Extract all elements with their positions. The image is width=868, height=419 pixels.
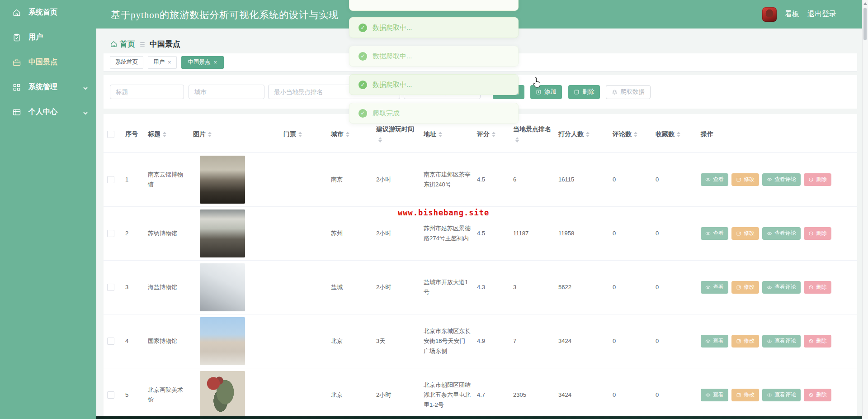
attraction-photo	[200, 263, 245, 311]
row-checkbox[interactable]	[107, 391, 114, 399]
briefcase-icon	[12, 58, 21, 67]
cell-favorites: 0	[652, 206, 697, 260]
cell-ticket	[280, 260, 327, 314]
sidebar-item-home[interactable]: 系统首页	[0, 0, 96, 25]
breadcrumb-home[interactable]: 首页	[110, 39, 135, 49]
col-header-favorites[interactable]: 收藏数	[652, 114, 697, 152]
edit-button[interactable]: 修改	[731, 173, 759, 186]
toast-message: ✓ 数据爬取中...	[349, 46, 519, 67]
view-button[interactable]: 查看	[701, 281, 728, 294]
sort-caret-icon[interactable]	[346, 132, 349, 137]
view-comments-button[interactable]: 查看评论	[762, 173, 801, 186]
col-header-no: 序号	[122, 114, 144, 152]
edit-button[interactable]: 修改	[731, 281, 759, 294]
table-body: 1 南京云锦博物馆 南京 2小时 南京市建邺区茶亭东街240号 4.5 6 16…	[104, 152, 857, 419]
view-comments-button[interactable]: 查看评论	[762, 281, 801, 294]
delete-button[interactable]: 删除	[804, 335, 831, 348]
cell-city: 南京	[327, 152, 373, 206]
sidebar-item-personal-center[interactable]: 个人中心	[0, 100, 96, 124]
col-header-comments[interactable]: 评论数	[609, 114, 652, 152]
table-row: 4 国家博物馆 北京 3天 北京市东城区东长安街16号天安门广场东侧 4.9 7…	[104, 314, 857, 368]
edit-icon	[736, 231, 741, 236]
cell-rank: 3	[509, 260, 555, 314]
stack-icon	[612, 89, 618, 95]
row-checkbox[interactable]	[107, 176, 114, 183]
sidebar-item-china-attractions[interactable]: 中国景点	[0, 50, 96, 75]
col-header-title[interactable]: 标题	[144, 114, 189, 152]
city-filter-input[interactable]	[189, 85, 264, 99]
tab-china-attractions[interactable]: 中国景点 ×	[181, 56, 224, 69]
row-checkbox[interactable]	[107, 284, 114, 291]
scrollbar-thumb[interactable]	[863, 8, 867, 40]
crawl-data-button[interactable]: 爬取数据	[606, 85, 651, 99]
eye-icon	[705, 177, 711, 182]
scroll-up-arrow-icon[interactable]	[863, 2, 867, 5]
eye-icon	[767, 285, 772, 290]
close-icon[interactable]: ×	[214, 59, 217, 65]
attractions-table-panel: 序号 标题 图片 门票 城市 建议游玩时间 地址 评分 当地景点排名 打分人数 …	[104, 114, 857, 419]
eye-icon	[705, 231, 711, 236]
close-icon[interactable]: ×	[168, 59, 171, 65]
edit-icon	[736, 338, 741, 344]
sort-caret-icon[interactable]	[677, 132, 680, 137]
sort-caret-icon[interactable]	[634, 132, 637, 137]
sort-caret-icon[interactable]	[163, 132, 166, 137]
eye-icon	[705, 285, 711, 290]
view-comments-button[interactable]: 查看评论	[762, 227, 801, 240]
sort-caret-icon[interactable]	[586, 132, 590, 137]
edit-button[interactable]: 修改	[731, 335, 759, 348]
sort-caret-icon[interactable]	[378, 137, 382, 143]
cell-raters: 16115	[555, 152, 609, 206]
edit-button[interactable]: 修改	[731, 389, 759, 401]
check-circle-icon: ✓	[359, 109, 367, 118]
cell-address: 北京市东城区东长安街16号天安门广场东侧	[420, 314, 473, 368]
sort-caret-icon[interactable]	[298, 132, 302, 137]
eye-icon	[705, 338, 711, 344]
cell-ticket	[280, 152, 327, 206]
delete-button[interactable]: 删除	[804, 227, 831, 240]
row-checkbox[interactable]	[107, 230, 114, 237]
col-header-ticket[interactable]: 门票	[280, 114, 327, 152]
title-filter-input[interactable]	[110, 85, 184, 99]
tab-system-home[interactable]: 系统首页	[110, 56, 143, 69]
edit-button[interactable]: 修改	[731, 227, 759, 240]
attraction-photo	[200, 317, 245, 365]
toast-text: 数据爬取中...	[373, 81, 412, 89]
view-button[interactable]: 查看	[701, 335, 728, 348]
cell-comments: 0	[609, 152, 652, 206]
delete-button[interactable]: 删除	[804, 281, 831, 294]
bottom-strip	[96, 416, 863, 419]
breadcrumb-home-label: 首页	[120, 39, 135, 49]
attraction-photo	[200, 210, 245, 257]
view-button[interactable]: 查看	[701, 227, 728, 240]
delete-circle-icon	[808, 392, 814, 398]
delete-button[interactable]: 删除	[804, 389, 831, 401]
sort-caret-icon[interactable]	[515, 137, 519, 143]
sidebar-item-users[interactable]: 用户	[0, 25, 96, 50]
sort-caret-icon[interactable]	[208, 132, 212, 137]
col-header-raters[interactable]: 打分人数	[555, 114, 609, 152]
view-button[interactable]: 查看	[701, 389, 728, 401]
sort-caret-icon[interactable]	[492, 132, 495, 137]
vertical-scrollbar[interactable]	[862, 0, 868, 419]
watermark-text: www.bishebang.site	[398, 208, 489, 217]
view-comments-button[interactable]: 查看评论	[762, 335, 801, 348]
cell-title: 北京画院美术馆	[144, 368, 189, 419]
cell-rank: 2305	[509, 368, 555, 419]
delete-button[interactable]: 删除	[804, 173, 831, 186]
avatar[interactable]	[762, 7, 777, 22]
select-all-checkbox[interactable]	[107, 131, 114, 138]
tab-users[interactable]: 用户 ×	[148, 56, 177, 69]
view-button[interactable]: 查看	[701, 173, 728, 186]
sort-caret-icon[interactable]	[439, 132, 442, 137]
row-checkbox[interactable]	[107, 338, 114, 345]
cell-favorites: 0	[652, 260, 697, 314]
edit-icon	[736, 177, 741, 182]
cell-no: 2	[122, 206, 144, 260]
delete-selected-button[interactable]: 删除	[568, 85, 600, 99]
logout-link[interactable]: 退出登录	[807, 10, 836, 19]
view-comments-button[interactable]: 查看评论	[762, 389, 801, 401]
dashboard-link[interactable]: 看板	[785, 10, 799, 19]
sidebar-item-system-management[interactable]: 系统管理	[0, 75, 96, 100]
col-header-image[interactable]: 图片	[189, 114, 280, 152]
